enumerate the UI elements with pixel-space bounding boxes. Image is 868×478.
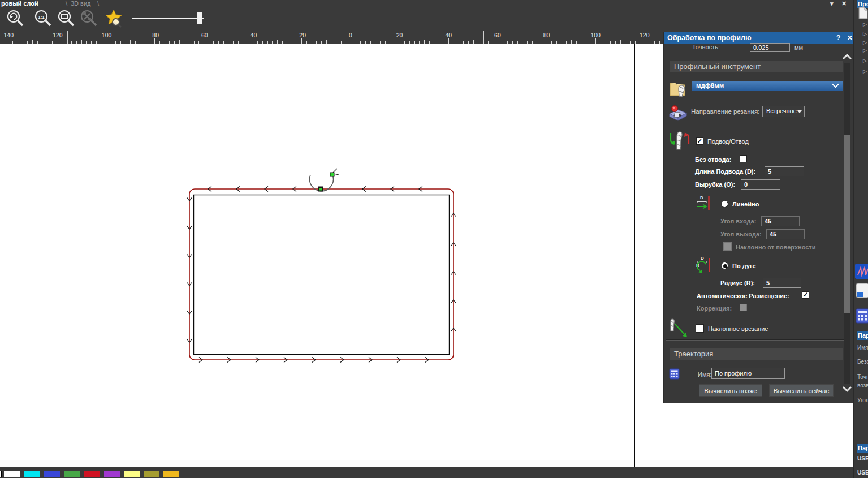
vector-rectangle[interactable] xyxy=(194,195,450,355)
color-swatch[interactable] xyxy=(64,471,80,477)
panel-close-icon[interactable]: ✕ xyxy=(841,0,847,7)
ruler-tick xyxy=(32,40,33,44)
cut-direction-value: Встречное xyxy=(766,107,797,114)
tolerance-input[interactable] xyxy=(750,43,790,52)
tool-select-dropdown[interactable]: мдф8мм xyxy=(692,81,843,91)
lead-checkbox[interactable]: ✓ xyxy=(696,137,703,145)
ruler-tick xyxy=(375,40,375,44)
template-panel-icon[interactable] xyxy=(856,283,868,300)
star-zoom-icon[interactable] xyxy=(104,7,127,32)
panel-scrollbar-thumb[interactable] xyxy=(844,135,850,313)
tree-expand-icon[interactable]: ▷ xyxy=(863,40,867,45)
color-swatch[interactable] xyxy=(24,471,40,477)
tree-expand-icon[interactable]: ▷ xyxy=(863,58,867,63)
cut-direction-select[interactable]: Встречное xyxy=(762,106,805,117)
tree-expand-icon[interactable]: ▷ xyxy=(863,21,867,27)
ruler-label: -80 xyxy=(150,32,159,38)
scroll-up-icon[interactable] xyxy=(842,53,852,64)
ramp-label: Наклонное врезание xyxy=(708,325,768,332)
tab-layer[interactable]: ровый слой xyxy=(1,0,38,7)
color-swatch[interactable] xyxy=(4,471,20,477)
parameters-panel-header[interactable]: Пар xyxy=(857,331,868,340)
dialog-titlebar[interactable]: Обработка по профилю ? ✕ xyxy=(664,32,854,44)
color-swatch[interactable] xyxy=(44,471,60,477)
toolpath-panel-icon[interactable] xyxy=(855,264,868,281)
calculate-later-button[interactable]: Вычислить позже xyxy=(699,384,762,397)
tab-separator: \ xyxy=(97,0,99,7)
incline-from-surface-label: Наклонно от поверхности xyxy=(736,244,816,251)
cut-direction-icon xyxy=(667,104,689,124)
scroll-down-icon[interactable] xyxy=(842,384,852,395)
arc-radio[interactable] xyxy=(721,262,728,269)
notch-input[interactable] xyxy=(741,179,780,190)
color-swatch-partial[interactable] xyxy=(0,471,2,477)
auto-place-label: Автоматическое Размещение: xyxy=(697,292,789,299)
help-icon[interactable]: ? xyxy=(836,34,840,42)
tab-3d-view[interactable]: 3D вид xyxy=(71,0,91,7)
panel-collapse-icon[interactable]: ▾ xyxy=(830,0,834,7)
angle-in-input xyxy=(761,216,800,226)
ruler-label: -40 xyxy=(248,32,257,38)
ruler-tick xyxy=(522,40,522,44)
toolbar-separator xyxy=(29,8,29,25)
ruler-position-marker xyxy=(483,31,484,44)
lead-length-input[interactable] xyxy=(765,166,804,176)
dropdown-arrow-icon xyxy=(797,110,802,113)
zoom-slider-handle[interactable] xyxy=(197,12,202,24)
ruler-label: -120 xyxy=(51,32,63,38)
toolpath-outline[interactable] xyxy=(189,189,454,360)
arc-label: По дуге xyxy=(732,262,756,269)
ruler-tick xyxy=(448,38,449,44)
tree-expand-icon[interactable]: ▷ xyxy=(863,48,867,53)
color-swatch[interactable] xyxy=(144,471,159,477)
color-swatch[interactable] xyxy=(84,471,100,477)
document-icon[interactable] xyxy=(858,7,868,21)
tree-expand-icon[interactable]: ▷ xyxy=(863,31,867,37)
parameters-panel-header-2[interactable]: Пар xyxy=(857,444,868,453)
application-window: ровый слой \ 3D вид \ 1:1 xyxy=(0,0,868,478)
zoom-to-object-icon[interactable] xyxy=(55,8,77,30)
calculator-icon xyxy=(669,368,680,382)
ruler-label: -20 xyxy=(297,32,306,38)
trajectory-name-input[interactable] xyxy=(711,368,785,379)
section-profile-tool: Профильный инструмент xyxy=(670,61,843,72)
lead-label: Подвод/Отвод xyxy=(707,138,749,145)
tolerance-unit: мм xyxy=(794,44,803,51)
param-label-tolerance: Точн xyxy=(857,374,868,380)
zoom-one-to-one-icon[interactable]: 1:1 xyxy=(32,8,54,30)
color-swatch[interactable] xyxy=(104,471,120,477)
lead-in-out-icon xyxy=(668,131,691,153)
radius-input[interactable] xyxy=(763,278,801,288)
correction-label: Коррекция: xyxy=(697,305,732,312)
zoom-previous-icon[interactable] xyxy=(5,8,26,30)
zoom-slider-track[interactable] xyxy=(132,18,204,19)
svg-text:D: D xyxy=(701,256,704,261)
ruler-label: 60 xyxy=(494,32,501,38)
auto-place-checkbox[interactable]: ✓ xyxy=(802,291,809,299)
ruler-label: -60 xyxy=(200,32,208,38)
svg-text:1:1: 1:1 xyxy=(38,15,45,20)
lead-start-marker[interactable] xyxy=(330,173,334,176)
calculator-panel-icon[interactable] xyxy=(856,308,868,326)
color-swatch[interactable] xyxy=(163,471,179,477)
color-swatch[interactable] xyxy=(124,471,140,477)
ramp-checkbox[interactable] xyxy=(696,324,704,333)
incline-from-surface-checkbox xyxy=(723,242,732,251)
ruler-label: 80 xyxy=(543,32,550,38)
user-label-2: USER xyxy=(857,470,868,476)
tree-expand-icon[interactable]: ▷ xyxy=(863,68,867,74)
param-label-name: Имя xyxy=(857,344,868,351)
ruler-tick xyxy=(547,38,547,44)
ruler-tick xyxy=(351,38,351,44)
ruler-tick xyxy=(498,38,498,44)
linear-radio[interactable] xyxy=(721,200,728,208)
no-retract-checkbox[interactable] xyxy=(740,155,747,162)
close-icon[interactable]: ✕ xyxy=(847,34,853,42)
calculate-now-button[interactable]: Вычислить сейчас xyxy=(769,384,834,397)
tool-folder-icon[interactable] xyxy=(669,79,689,101)
cut-direction-label: Направление резания: xyxy=(691,108,759,115)
ruler-tick xyxy=(595,38,596,44)
section-divider xyxy=(666,339,845,341)
param-label-return: возв xyxy=(857,382,868,389)
ruler-tick xyxy=(645,38,645,44)
